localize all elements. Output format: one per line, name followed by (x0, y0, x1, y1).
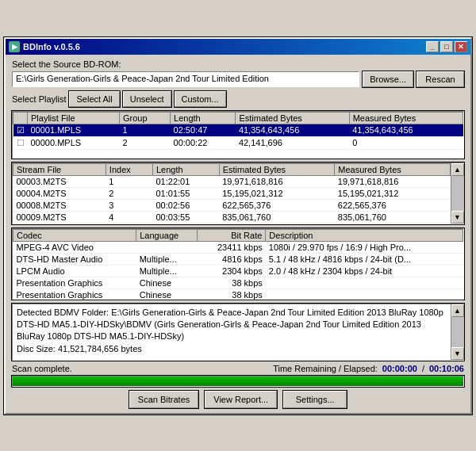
scan-bitrates-button[interactable]: Scan Bitrates (129, 391, 198, 408)
playlist-estimated: 42,141,696 (236, 136, 349, 149)
stream-table: Stream File Index Length Estimated Bytes… (13, 163, 451, 224)
time-separator: / (422, 364, 424, 373)
stream-index: 2 (106, 187, 152, 199)
main-content: Select the Source BD-ROM: E:\Girls Gener… (6, 55, 470, 413)
col-measured: Measured Bytes (335, 163, 451, 175)
select-all-button[interactable]: Select All (69, 91, 119, 107)
stream-length: 00:03:55 (152, 211, 219, 223)
scroll-down-arrow[interactable]: ▼ (451, 211, 464, 224)
col-index: Index (106, 163, 152, 175)
stream-length: 01:22:01 (152, 175, 219, 187)
time-label: Time Remaining / Elapsed: (273, 364, 378, 373)
codec-description: 2.0 / 48 kHz / 2304 kbps / 24-bit (266, 265, 463, 277)
stream-measured: 19,971,618,816 (335, 175, 451, 187)
row-checkbox[interactable]: ☑ (13, 124, 28, 136)
codec-description (266, 277, 463, 289)
col-stream-file: Stream File (13, 163, 106, 175)
browse-button[interactable]: Browse... (363, 71, 413, 87)
table-row[interactable]: Presentation Graphics Chinese 38 kbps (13, 277, 463, 289)
codec-bitrate: 23411 kbps (198, 241, 266, 253)
unselect-button[interactable]: Unselect (123, 91, 171, 107)
table-row[interactable]: MPEG-4 AVC Video 23411 kbps 1080i / 29.9… (13, 241, 463, 253)
table-row[interactable]: ☐ 00000.MPLS 2 00:00:22 42,141,696 0 (13, 136, 463, 149)
stream-scrollbar[interactable]: ▲ ▼ (451, 163, 463, 224)
stream-file: 00004.M2TS (13, 187, 106, 199)
status-text: Scan complete. (12, 364, 72, 373)
maximize-button[interactable]: □ (440, 41, 453, 52)
playlist-file: 00001.MPLS (28, 124, 120, 136)
minimize-button[interactable]: _ (426, 41, 439, 52)
row-checkbox[interactable]: ☐ (13, 136, 28, 149)
view-report-button[interactable]: View Report... (205, 391, 277, 408)
col-group: Group (119, 112, 170, 124)
col-description: Description (266, 229, 463, 241)
table-row[interactable]: 00008.M2TS 3 00:02:56 622,565,376 622,56… (13, 199, 451, 211)
status-right: Time Remaining / Elapsed: 00:00:00 / 00:… (273, 364, 464, 373)
title-bar-left: ▶ BDInfo v.0.5.6 (9, 41, 80, 52)
col-measured: Measured Bytes (349, 112, 463, 124)
playlist-estimated: 41,354,643,456 (236, 124, 349, 136)
log-scroll-down[interactable]: ▼ (451, 347, 464, 360)
playlist-measured: 0 (349, 136, 463, 149)
scroll-up-arrow[interactable]: ▲ (451, 163, 464, 176)
playlist-row: Select Playlist Select All Unselect Cust… (12, 91, 464, 107)
source-row: E:\Girls Generation-Girls & Peace-Japan … (12, 71, 464, 87)
playlist-group: 2 (119, 136, 170, 149)
source-label: Select the Source BD-ROM: (12, 59, 464, 69)
table-row[interactable]: LPCM Audio Multiple... 2304 kbps 2.0 / 4… (13, 265, 463, 277)
codec-name: DTS-HD Master Audio (13, 253, 136, 265)
rescan-button[interactable]: Rescan (416, 71, 464, 87)
codec-description: 5.1 / 48 kHz / 4816 kbps / 24-bit (D... (266, 253, 463, 265)
progress-bar-outer (12, 376, 464, 387)
codec-bitrate: 38 kbps (198, 289, 266, 300)
codec-description: 1080i / 29.970 fps / 16:9 / High Pro... (266, 241, 463, 253)
stream-estimated: 19,971,618,816 (219, 175, 335, 187)
codec-bitrate: 2304 kbps (198, 265, 266, 277)
stream-index: 1 (106, 175, 152, 187)
col-length: Length (171, 112, 236, 124)
app-icon: ▶ (9, 41, 20, 52)
stream-estimated: 622,565,376 (219, 199, 335, 211)
stream-measured: 835,061,760 (335, 211, 451, 223)
settings-button[interactable]: Settings... (283, 391, 347, 408)
log-area: Detected BDMV Folder: E:\Girls Generatio… (12, 304, 464, 361)
close-button[interactable]: ✕ (455, 41, 467, 52)
bottom-buttons: Scan Bitrates View Report... Settings... (12, 391, 464, 408)
title-controls: _ □ ✕ (426, 41, 467, 52)
main-window: ▶ BDInfo v.0.5.6 _ □ ✕ Select the Source… (4, 37, 472, 415)
stream-index: 4 (106, 211, 152, 223)
table-row[interactable]: Presentation Graphics Chinese 38 kbps (13, 289, 463, 300)
log-text: Detected BDMV Folder: E:\Girls Generatio… (13, 304, 451, 360)
codec-table: Codec Language Bit Rate Description MPEG… (13, 229, 463, 301)
playlist-panel: Playlist File Group Length Estimated Byt… (12, 111, 464, 159)
stream-panel: Stream File Index Length Estimated Bytes… (12, 162, 464, 224)
log-scrollbar[interactable]: ▲ ▼ (451, 304, 463, 360)
stream-measured: 15,195,021,312 (335, 187, 451, 199)
col-length: Length (152, 163, 219, 175)
codec-language: Multiple... (136, 265, 198, 277)
codec-description (266, 289, 463, 300)
custom-button[interactable]: Custom... (175, 91, 226, 107)
source-path: E:\Girls Generation-Girls & Peace-Japan … (12, 71, 359, 87)
table-row[interactable]: 00009.M2TS 4 00:03:55 835,061,760 835,06… (13, 211, 451, 223)
col-estimated: Estimated Bytes (236, 112, 349, 124)
time-elapsed: 00:10:06 (429, 364, 464, 373)
col-language: Language (136, 229, 198, 241)
col-playlist-file: Playlist File (28, 112, 120, 124)
log-scroll-up[interactable]: ▲ (451, 304, 464, 317)
time-remaining: 00:00:00 (382, 364, 417, 373)
log-scroll-track[interactable] (451, 317, 464, 347)
codec-bitrate: 4816 kbps (198, 253, 266, 265)
table-row[interactable]: 00004.M2TS 2 01:01:55 15,195,021,312 15,… (13, 187, 451, 199)
codec-name: MPEG-4 AVC Video (13, 241, 136, 253)
col-codec: Codec (13, 229, 136, 241)
scroll-track[interactable] (451, 176, 464, 211)
codec-language (136, 241, 198, 253)
playlist-table: Playlist File Group Length Estimated Byt… (13, 112, 463, 150)
col-bitrate: Bit Rate (198, 229, 266, 241)
stream-length: 00:02:56 (152, 199, 219, 211)
table-row[interactable]: DTS-HD Master Audio Multiple... 4816 kbp… (13, 253, 463, 265)
stream-file: 00003.M2TS (13, 175, 106, 187)
table-row[interactable]: 00003.M2TS 1 01:22:01 19,971,618,816 19,… (13, 175, 451, 187)
table-row[interactable]: ☑ 00001.MPLS 1 02:50:47 41,354,643,456 4… (13, 124, 463, 136)
